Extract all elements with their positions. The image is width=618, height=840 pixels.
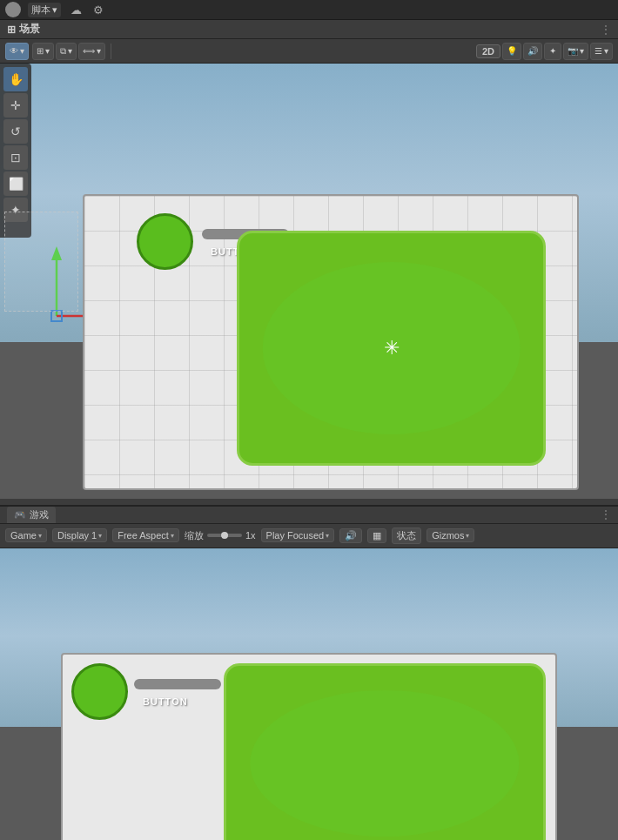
gizmos-btn[interactable]: Gizmos ▾ — [427, 528, 474, 542]
audio-mute-btn[interactable]: 🔊 — [339, 528, 362, 543]
zoom-container: 缩放 1x — [185, 529, 256, 542]
separator1 — [111, 44, 111, 59]
display-label: Display 1 — [57, 530, 97, 541]
stats-display-icon: ▦ — [373, 530, 381, 541]
game-canvas-scene: BUTTON ✳ — [83, 194, 579, 490]
scene-toolbar: 👁 ▾ ⊞ ▾ ⧉ ▾ ⟺ ▾ — [0, 39, 618, 64]
audio-icon-scene: 🔊 — [527, 46, 538, 56]
audio-mute-icon: 🔊 — [345, 530, 357, 541]
main-container: 脚本 ▾ ☁ ⚙ ⊞ 场景 ⋮ 👁 ▾ ⊞ — [0, 0, 618, 840]
hand-tool[interactable]: ✋ — [3, 67, 28, 91]
rotate-tool[interactable]: ↺ — [3, 119, 28, 144]
chevron-icon5: ▾ — [580, 46, 584, 56]
user-avatar[interactable] — [5, 2, 21, 17]
snap-icon: ⧉ — [60, 46, 66, 57]
crosshair-icon: ✳ — [384, 337, 400, 360]
play-focused-dropdown[interactable]: Play Focused ▾ — [261, 528, 335, 542]
chevron-icon: ▾ — [20, 46, 24, 56]
scene-title: ⊞ 场景 — [7, 22, 40, 37]
eye-icon: 👁 — [10, 46, 18, 56]
scene-header: ⊞ 场景 ⋮ — [0, 20, 618, 39]
grid-toolbar-group: ⊞ ▾ ⧉ ▾ ⟺ ▾ — [32, 43, 105, 60]
view-button[interactable]: 👁 ▾ — [5, 43, 29, 60]
grid-icon: ⊞ — [37, 46, 44, 56]
game-canvas-game: BUTTON — [61, 653, 557, 840]
scene-panel: ⊞ 场景 ⋮ 👁 ▾ ⊞ ▾ ⧉ ▾ — [0, 20, 618, 504]
game-label: Game — [10, 530, 37, 541]
grid-button[interactable]: ⊞ ▾ — [32, 43, 54, 60]
rect-tool[interactable]: ⬜ — [3, 171, 28, 196]
2d-button[interactable]: 2D — [476, 44, 500, 58]
scene-viewport: ✋ ✛ ↺ ⊡ ⬜ ✦ — [0, 64, 618, 499]
zoom-thumb — [221, 532, 228, 539]
move-tool[interactable]: ✛ — [3, 93, 28, 118]
game-tab-label: 游戏 — [30, 508, 49, 521]
game-toolbar: Game ▾ Display 1 ▾ Free Aspect ▾ 缩放 1x P… — [0, 524, 618, 548]
ui-button-label-game: BUTTON — [143, 696, 188, 707]
ui-circle-game — [71, 663, 128, 720]
cloud-icon[interactable]: ☁ — [68, 2, 84, 17]
dropdown-label: 脚本 — [31, 3, 50, 17]
ruler-button[interactable]: ⟺ ▾ — [78, 43, 105, 60]
ruler-icon: ⟺ — [83, 46, 95, 56]
selection-box — [4, 212, 78, 312]
scale-tool[interactable]: ⊡ — [3, 145, 28, 170]
display-chevron: ▾ — [98, 532, 102, 540]
light-button[interactable]: 💡 — [502, 43, 521, 60]
layers-icon: ☰ — [594, 46, 602, 56]
view-toolbar-group: 👁 ▾ — [5, 43, 29, 60]
layers-button[interactable]: ☰ ▾ — [590, 43, 613, 60]
scene-title-text: 场景 — [19, 22, 40, 37]
ui-green-panel-game — [224, 663, 546, 840]
zoom-value: 1x — [245, 530, 256, 541]
game-tab[interactable]: 🎮 游戏 — [7, 507, 56, 523]
fx-icon: ✦ — [549, 46, 556, 56]
game-header: 🎮 游戏 ⋮ — [0, 505, 618, 524]
play-focused-chevron: ▾ — [326, 532, 329, 540]
scene-more-btn[interactable]: ⋮ — [601, 24, 611, 36]
game-chevron: ▾ — [38, 532, 42, 540]
stats-display-btn[interactable]: ▦ — [367, 528, 386, 543]
chevron-icon6: ▾ — [604, 46, 608, 56]
gizmos-chevron: ▾ — [466, 532, 469, 540]
aspect-dropdown[interactable]: Free Aspect ▾ — [112, 528, 179, 542]
top-dropdown[interactable]: 脚本 ▾ — [28, 3, 61, 17]
camera-icon: 📷 — [568, 46, 578, 56]
ui-green-panel-scene: ✳ — [237, 231, 546, 466]
stats-label: 状态 — [397, 529, 416, 542]
top-bar: 脚本 ▾ ☁ ⚙ — [0, 0, 618, 20]
light-icon: 💡 — [507, 46, 517, 56]
game-more-btn[interactable]: ⋮ — [601, 508, 611, 521]
game-dropdown[interactable]: Game ▾ — [5, 528, 47, 542]
chevron-icon4: ▾ — [97, 46, 101, 56]
chevron-icon3: ▾ — [68, 46, 72, 56]
stats-btn[interactable]: 状态 — [392, 528, 421, 544]
zoom-slider[interactable] — [207, 534, 242, 537]
fx-button[interactable]: ✦ — [544, 43, 561, 60]
chevron-icon2: ▾ — [45, 46, 50, 56]
chevron-down-icon: ▾ — [52, 4, 57, 16]
settings-icon[interactable]: ⚙ — [91, 2, 106, 17]
aspect-chevron: ▾ — [171, 532, 174, 540]
green-panel-ellipse-game — [250, 690, 519, 837]
audio-button-scene[interactable]: 🔊 — [523, 43, 542, 60]
right-toolbar-group: 2D 💡 🔊 ✦ 📷 ▾ ☰ ▾ — [476, 43, 613, 60]
zoom-text: 缩放 — [185, 529, 204, 542]
snap-button[interactable]: ⧉ ▾ — [56, 43, 77, 60]
game-panel: 🎮 游戏 ⋮ Game ▾ Display 1 ▾ Free Aspect ▾ … — [0, 505, 618, 840]
camera-button[interactable]: 📷 ▾ — [563, 43, 588, 60]
gamepad-icon: 🎮 — [14, 509, 26, 521]
game-viewport: BUTTON — [0, 548, 618, 840]
play-focused-label: Play Focused — [266, 530, 325, 541]
scene-grid-icon: ⊞ — [7, 24, 16, 36]
aspect-label: Free Aspect — [118, 530, 169, 541]
ui-circle-scene — [137, 213, 193, 270]
display-dropdown[interactable]: Display 1 ▾ — [52, 528, 107, 542]
gizmos-label: Gizmos — [432, 530, 464, 541]
ui-bar-game — [134, 679, 221, 689]
